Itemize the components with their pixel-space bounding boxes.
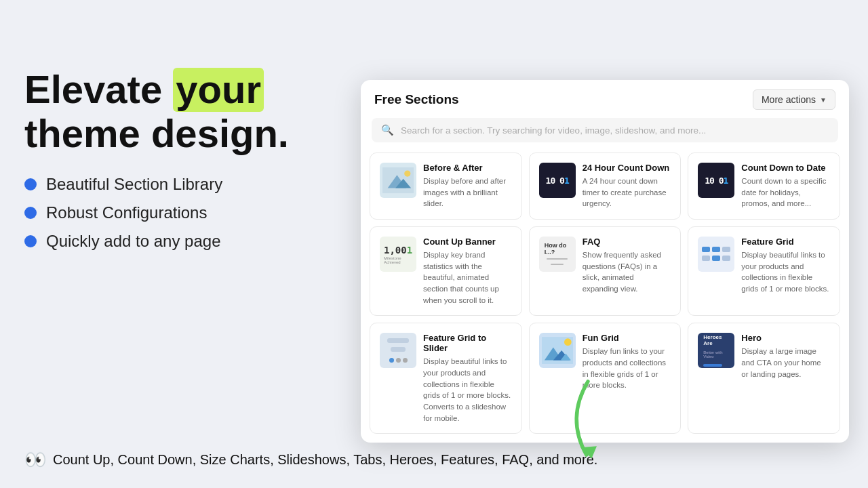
card-desc-feature-slider: Display beautiful links to your products… xyxy=(423,356,512,424)
faq-line-2 xyxy=(551,264,564,265)
card-content-count-up: Count Up Banner Display key brand statis… xyxy=(423,237,512,306)
card-thumb-24-countdown: 10 01 xyxy=(539,163,576,198)
card-thumb-countdown-date: 10 01 xyxy=(698,163,734,198)
hero-subline-thumb: Better with Video xyxy=(703,350,729,359)
headline-part2: theme design. xyxy=(24,111,289,155)
card-content-hero: Hero Display a large image and CTA on yo… xyxy=(741,333,830,380)
card-thumb-count-up: 1,001 Milestone Achieved xyxy=(380,237,416,272)
card-content-countdown-date: Count Down to Date Count down to a speci… xyxy=(741,163,830,209)
faq-line-1 xyxy=(547,258,567,260)
card-thumb-feature-slider xyxy=(380,333,416,368)
countup-subtitle: Milestone Achieved xyxy=(384,256,412,264)
card-title-feature-slider: Feature Grid to Slider xyxy=(423,333,512,353)
bullet-dot-1 xyxy=(24,178,37,190)
sections-grid: Before & After Display before and after … xyxy=(361,149,849,443)
modal-title: Free Sections xyxy=(374,92,459,107)
slider-dots xyxy=(389,358,408,363)
card-thumb-fun-grid xyxy=(539,333,576,368)
faq-question-label: How do I...? xyxy=(545,242,570,256)
more-actions-label: More actions xyxy=(762,94,816,105)
card-hero[interactable]: Heroes Are Better with Video Hero Displa… xyxy=(688,323,840,434)
card-desc-countdown-date: Count down to a specific date for holida… xyxy=(741,176,830,209)
chevron-down-icon: ▼ xyxy=(820,96,827,104)
card-count-up[interactable]: 1,001 Milestone Achieved Count Up Banner… xyxy=(370,226,522,316)
card-title-countdown-date: Count Down to Date xyxy=(741,163,830,173)
feature-bullets: Beautiful Section Library Robust Configu… xyxy=(24,175,336,251)
card-content-before-after: Before & After Display before and after … xyxy=(423,163,512,209)
card-title-fun-grid: Fun Grid xyxy=(583,333,671,343)
bullet-dot-3 xyxy=(24,235,37,247)
card-title-count-up: Count Up Banner xyxy=(423,237,512,247)
card-thumb-before-after xyxy=(380,163,416,198)
bullet-2: Robust Configurations xyxy=(24,203,336,222)
card-content-fun-grid: Fun Grid Display fun links to your produ… xyxy=(583,333,671,391)
card-desc-24-countdown: A 24 hour count down timer to create pur… xyxy=(583,176,671,209)
card-content-feature-slider: Feature Grid to Slider Display beautiful… xyxy=(423,333,512,424)
card-title-hero: Hero xyxy=(741,333,830,343)
search-bar[interactable]: 🔍 Search for a section. Try searching fo… xyxy=(372,118,838,142)
card-24-countdown[interactable]: 10 01 24 Hour Count Down A 24 hour count… xyxy=(529,152,682,220)
card-title-feature-grid: Feature Grid xyxy=(741,237,830,247)
card-desc-fun-grid: Display fun links to your products and c… xyxy=(583,346,671,391)
feat-row-1 xyxy=(702,247,730,252)
bottom-tagline: 👀 Count Up, Count Down, Size Charts, Sli… xyxy=(24,449,597,470)
card-title-before-after: Before & After xyxy=(423,163,512,173)
more-actions-button[interactable]: More actions ▼ xyxy=(753,89,835,110)
card-desc-count-up: Display key brand statistics with the be… xyxy=(423,249,512,306)
bullet-dot-2 xyxy=(24,207,37,219)
hero-headline-thumb: Heroes Are xyxy=(703,334,729,346)
countdown-date-display: 10 01 xyxy=(705,176,728,186)
card-thumb-hero: Heroes Are Better with Video xyxy=(698,333,734,368)
card-title-faq: FAQ xyxy=(583,237,671,247)
countdown-display: 10 01 xyxy=(546,176,569,186)
card-desc-before-after: Display before and after images with a b… xyxy=(423,176,512,209)
svg-point-3 xyxy=(404,170,410,176)
card-content-faq: FAQ Show frequently asked questions (FAQ… xyxy=(583,237,671,295)
main-headline: Elevate your theme design. xyxy=(24,68,336,156)
left-panel: Elevate your theme design. Beautiful Sec… xyxy=(24,68,336,278)
eyes-icon: 👀 xyxy=(24,449,46,470)
bullet-3: Quickly add to any page xyxy=(24,232,336,251)
card-content-feature-grid: Feature Grid Display beautiful links to … xyxy=(741,237,830,295)
headline-part1: Elevate xyxy=(24,67,173,111)
card-content-24-countdown: 24 Hour Count Down A 24 hour count down … xyxy=(583,163,671,209)
card-fun-grid[interactable]: Fun Grid Display fun links to your produ… xyxy=(529,323,682,434)
feat-row-2 xyxy=(702,256,730,261)
hero-btn-thumb xyxy=(703,364,722,367)
modal-header: Free Sections More actions ▼ xyxy=(361,80,849,110)
card-desc-feature-grid: Display beautiful links to your products… xyxy=(741,249,830,295)
countup-number: 1,001 xyxy=(384,245,412,256)
headline-highlight: your xyxy=(173,68,264,112)
card-desc-hero: Display a large image and CTA on your ho… xyxy=(741,346,830,380)
card-title-24-countdown: 24 Hour Count Down xyxy=(583,163,671,173)
card-thumb-faq: How do I...? xyxy=(539,237,576,272)
slider-line-1 xyxy=(387,338,409,343)
card-before-after[interactable]: Before & After Display before and after … xyxy=(370,152,522,220)
card-countdown-date[interactable]: 10 01 Count Down to Date Count down to a… xyxy=(688,152,840,220)
card-feature-slider[interactable]: Feature Grid to Slider Display beautiful… xyxy=(370,323,522,434)
slider-line-2 xyxy=(391,347,406,352)
card-faq[interactable]: How do I...? FAQ Show frequently asked q… xyxy=(529,226,682,316)
free-sections-modal: Free Sections More actions ▼ 🔍 Search fo… xyxy=(361,80,849,443)
card-desc-faq: Show frequently asked questions (FAQs) i… xyxy=(583,249,671,295)
card-feature-grid[interactable]: Feature Grid Display beautiful links to … xyxy=(688,226,840,316)
search-icon: 🔍 xyxy=(381,124,394,136)
svg-point-8 xyxy=(564,339,572,346)
card-thumb-feature-grid xyxy=(698,237,734,272)
search-placeholder: Search for a section. Try searching for … xyxy=(401,125,706,136)
bullet-1: Beautiful Section Library xyxy=(24,175,336,194)
